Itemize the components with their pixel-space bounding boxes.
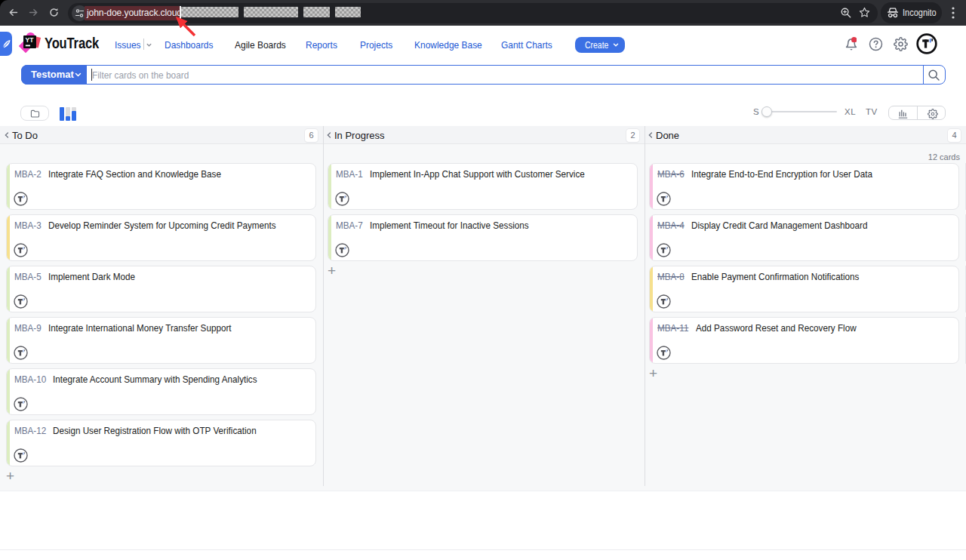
svg-text:YT: YT [26, 36, 35, 44]
